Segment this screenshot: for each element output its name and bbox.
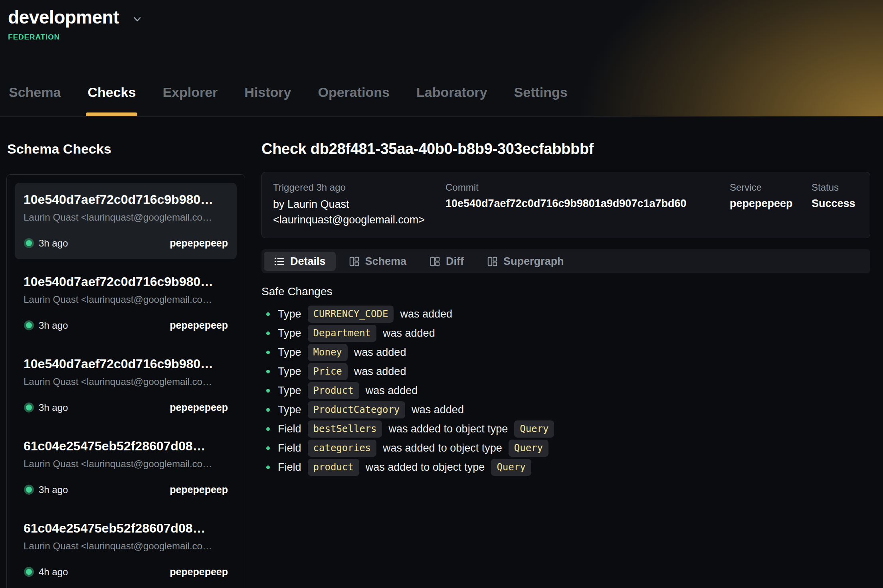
change-kind: Type <box>278 327 301 339</box>
page: development FEDERATION Schema Checks Exp… <box>0 0 883 588</box>
change-row: Type Department was added <box>261 324 870 343</box>
status-dot-icon <box>26 404 32 410</box>
workspace-name[interactable]: development <box>8 6 119 28</box>
status-value: Success <box>812 196 859 211</box>
tab-laboratory[interactable]: Laboratory <box>416 85 488 116</box>
check-item-author: Laurin Quast <laurinquast@googlemail.co… <box>24 212 228 223</box>
check-item-author: Laurin Quast <laurinquast@googlemail.co… <box>24 294 228 305</box>
change-row: Type Product was added <box>261 381 870 400</box>
safe-changes-list: Type CURRENCY_CODE was added Type Depart… <box>261 304 870 477</box>
tab-label: Supergraph <box>503 255 564 268</box>
change-code: bestSellers <box>308 420 382 438</box>
sidebar-title: Schema Checks <box>7 141 245 157</box>
tab-diff-view[interactable]: Diff <box>420 252 474 271</box>
list-icon <box>274 256 285 267</box>
check-list-item-4[interactable]: 61c04e25475eb52f28607d08… Laurin Quast <… <box>15 429 237 506</box>
change-code: Price <box>308 363 348 380</box>
change-kind: Type <box>278 308 301 320</box>
tab-schema[interactable]: Schema <box>8 85 61 116</box>
status-label: Status <box>812 182 859 193</box>
change-row: Type ProductCategory was added <box>261 400 870 419</box>
check-item-service: pepepepeep <box>170 237 228 249</box>
change-text: was added <box>366 385 418 397</box>
check-item-time: 3h ago <box>39 320 68 331</box>
check-item-time: 3h ago <box>39 484 68 495</box>
change-kind: Type <box>278 346 301 359</box>
primary-nav: Schema Checks Explorer History Operation… <box>8 85 568 116</box>
triggered-email: <laurinquast@googlemail.com> <box>273 213 445 227</box>
change-row: Field bestSellers was added to object ty… <box>261 419 870 438</box>
tab-operations[interactable]: Operations <box>317 85 390 116</box>
change-kind: Field <box>278 442 301 454</box>
check-meta-box: Triggered 3h ago by Laurin Quast <laurin… <box>261 172 870 238</box>
change-kind: Type <box>278 385 301 397</box>
change-text: was added to object type <box>366 461 485 474</box>
check-item-author: Laurin Quast <laurinquast@googlemail.co… <box>24 541 228 552</box>
check-title: Check db28f481-35aa-40b0-b8b9-303ecfabbb… <box>261 140 870 158</box>
check-item-service: pepepepeep <box>170 566 228 578</box>
change-text: was added <box>354 365 406 378</box>
change-row: Type CURRENCY_CODE was added <box>261 304 870 324</box>
tab-checks[interactable]: Checks <box>87 85 137 116</box>
change-code-target: Query <box>509 440 548 457</box>
check-item-author: Laurin Quast <laurinquast@googlemail.co… <box>24 458 228 470</box>
check-item-service: pepepepeep <box>170 320 228 331</box>
tab-explorer[interactable]: Explorer <box>162 85 218 116</box>
header: development FEDERATION Schema Checks Exp… <box>0 0 883 116</box>
change-row: Type Money was added <box>261 343 870 362</box>
check-item-time: 4h ago <box>39 566 68 578</box>
change-code: Product <box>308 382 359 399</box>
check-item-service: pepepepeep <box>170 402 228 413</box>
tab-supergraph-view[interactable]: Supergraph <box>477 252 574 271</box>
service-name: pepepepeep <box>730 196 812 211</box>
tab-label: Details <box>290 255 326 268</box>
check-item-title: 10e540d7aef72c0d716c9b980… <box>24 357 228 371</box>
change-kind: Field <box>278 461 301 474</box>
change-code: categories <box>308 440 377 457</box>
tab-details[interactable]: Details <box>264 252 336 271</box>
bullet-icon <box>266 466 270 469</box>
change-kind: Field <box>278 423 301 435</box>
change-row: Field product was added to object type Q… <box>261 458 870 477</box>
change-text: was added <box>383 327 435 339</box>
checks-sidebar: Schema Checks 10e540d7aef72c0d716c9b980…… <box>0 116 245 588</box>
check-list-item-2[interactable]: 10e540d7aef72c0d716c9b980… Laurin Quast … <box>15 265 237 341</box>
tab-settings[interactable]: Settings <box>513 85 568 116</box>
bullet-icon <box>266 312 270 316</box>
bullet-icon <box>266 446 270 450</box>
status-dot-icon <box>26 569 32 575</box>
tab-label: Schema <box>365 255 407 268</box>
federation-badge: FEDERATION <box>8 33 883 41</box>
change-kind: Type <box>278 365 301 378</box>
check-list-item-1[interactable]: 10e540d7aef72c0d716c9b980… Laurin Quast … <box>15 183 237 259</box>
columns-icon <box>430 256 440 267</box>
check-item-title: 61c04e25475eb52f28607d08… <box>24 439 228 454</box>
status-dot-icon <box>26 240 32 246</box>
check-item-service: pepepepeep <box>170 484 228 495</box>
change-row: Field categories was added to object typ… <box>261 438 870 458</box>
tab-schema-view[interactable]: Schema <box>339 252 417 271</box>
check-item-author: Laurin Quast <laurinquast@googlemail.co… <box>24 376 228 387</box>
change-code: Money <box>308 344 348 361</box>
check-detail-panel: Check db28f481-35aa-40b0-b8b9-303ecfabbb… <box>245 116 883 477</box>
tab-history[interactable]: History <box>244 85 292 116</box>
bullet-icon <box>266 427 270 431</box>
bullet-icon <box>266 370 270 373</box>
check-item-time: 3h ago <box>39 402 68 413</box>
change-text: was added to object type <box>383 442 502 454</box>
change-code: ProductCategory <box>308 401 406 418</box>
check-item-time: 3h ago <box>39 238 68 249</box>
commit-hash: 10e540d7aef72c0d716c9b9801a9d907c1a7bd60 <box>445 196 730 211</box>
check-list-item-5[interactable]: 61c04e25475eb52f28607d08… Laurin Quast <… <box>15 511 237 588</box>
check-item-title: 10e540d7aef72c0d716c9b980… <box>24 192 228 207</box>
chevron-down-icon[interactable] <box>132 14 143 25</box>
change-text: was added <box>354 346 406 359</box>
status-dot-icon <box>26 487 32 493</box>
columns-icon <box>349 256 360 267</box>
change-kind: Type <box>278 404 301 416</box>
change-code: Department <box>308 325 377 342</box>
columns-icon <box>487 256 498 267</box>
bullet-icon <box>266 408 270 412</box>
check-list-item-3[interactable]: 10e540d7aef72c0d716c9b980… Laurin Quast … <box>15 347 237 424</box>
change-text: was added <box>400 308 452 320</box>
